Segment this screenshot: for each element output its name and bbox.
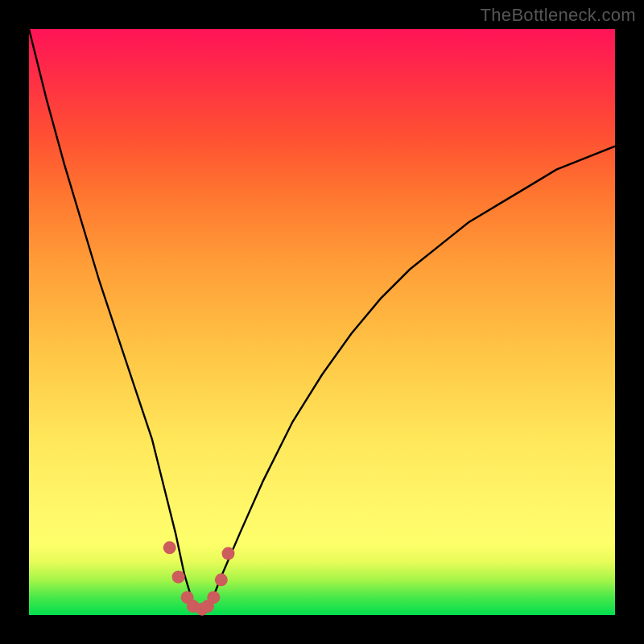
- plot-area: [29, 29, 615, 615]
- marker-dot: [222, 547, 235, 560]
- marker-dot: [163, 541, 176, 554]
- bottleneck-curve: [29, 29, 615, 615]
- marker-dot: [215, 573, 228, 586]
- watermark-text: TheBottleneck.com: [481, 5, 636, 26]
- curve-group: [29, 29, 615, 615]
- markers-group: [163, 541, 235, 615]
- marker-dot: [172, 571, 185, 584]
- chart-overlay: [29, 29, 615, 615]
- marker-dot: [207, 591, 220, 604]
- chart-frame: TheBottleneck.com: [0, 0, 644, 644]
